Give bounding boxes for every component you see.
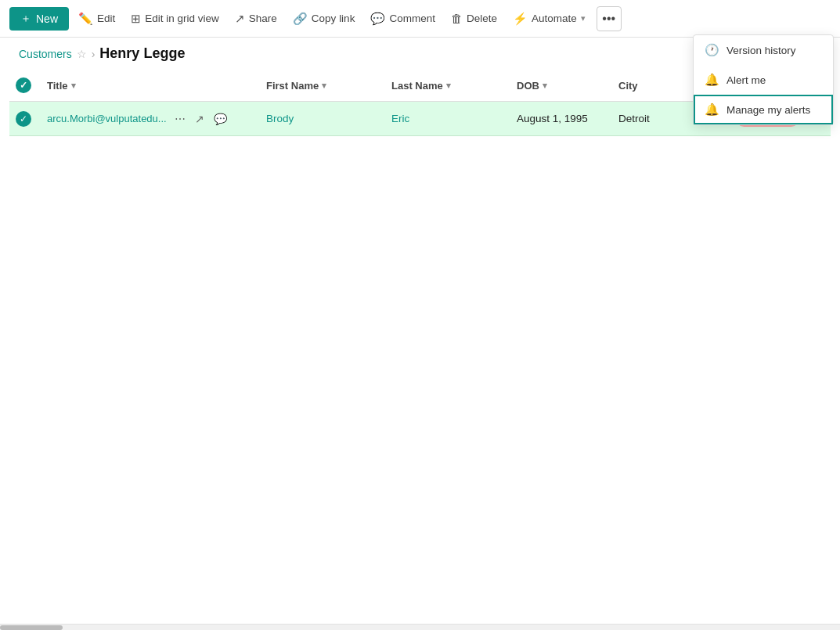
edit-grid-button[interactable]: ⊞ Edit in grid view — [124, 7, 225, 31]
th-dob-chevron-icon: ▾ — [543, 81, 547, 91]
version-history-icon: 🕐 — [705, 43, 719, 57]
row-first-name: Brody — [266, 113, 294, 124]
td-first-name: Brody — [260, 108, 385, 129]
automate-label: Automate — [532, 13, 577, 24]
more-button[interactable]: ••• — [597, 6, 622, 31]
automate-button[interactable]: ⚡ Automate ▾ — [507, 7, 592, 31]
breadcrumb-chevron-icon: › — [92, 48, 96, 60]
new-label: New — [36, 13, 58, 25]
th-first-name-chevron-icon: ▾ — [322, 81, 326, 91]
td-dob: August 1, 1995 — [510, 108, 612, 129]
dropdown-item-alert-me[interactable]: 🔔 Alert me — [694, 65, 833, 95]
scrollbar-thumb[interactable] — [0, 625, 63, 630]
row-comment-button[interactable]: 💬 — [211, 111, 230, 127]
share-icon: ↗ — [235, 12, 245, 26]
row-actions: ⋯ ↗ 💬 — [171, 111, 230, 127]
th-city-label: City — [618, 80, 638, 92]
th-last-name[interactable]: Last Name ▾ — [385, 73, 510, 98]
th-title[interactable]: Title ▾ — [41, 73, 260, 98]
dropdown-item-version-history[interactable]: 🕐 Version history — [694, 35, 833, 65]
delete-button[interactable]: 🗑 Delete — [445, 7, 503, 30]
row-check-icon[interactable]: ✓ — [16, 111, 31, 127]
th-last-name-label: Last Name — [391, 80, 443, 92]
comment-button[interactable]: 💬 Comment — [364, 7, 442, 31]
row-share-button[interactable]: ↗ — [192, 111, 207, 127]
dropdown-item-alert-me-label: Alert me — [726, 74, 766, 86]
row-last-name: Eric — [391, 113, 409, 124]
dropdown-item-manage-alerts-label: Manage my alerts — [726, 104, 810, 116]
copy-link-button[interactable]: 🔗 Copy link — [287, 7, 362, 31]
automate-icon: ⚡ — [513, 12, 528, 26]
breadcrumb-customers-link[interactable]: Customers — [19, 48, 72, 60]
th-first-name-label: First Name — [266, 80, 319, 92]
dropdown-menu: 🕐 Version history 🔔 Alert me 🔔 Manage my… — [693, 34, 834, 125]
td-title: arcu.Morbi@vulputatedu... ⋯ ↗ 💬 — [41, 106, 260, 131]
edit-icon: ✏️ — [78, 12, 93, 26]
manage-alerts-icon: 🔔 — [705, 103, 719, 117]
row-city: Detroit — [618, 113, 650, 124]
breadcrumb-star-icon[interactable]: ☆ — [77, 48, 87, 60]
th-last-name-chevron-icon: ▾ — [446, 81, 451, 91]
dropdown-item-version-history-label: Version history — [726, 45, 796, 56]
dropdown-item-manage-alerts[interactable]: 🔔 Manage my alerts — [694, 95, 833, 124]
header-check-icon[interactable]: ✓ — [16, 77, 31, 93]
comment-icon: 💬 — [370, 12, 385, 26]
edit-button[interactable]: ✏️ Edit — [72, 7, 121, 31]
share-label: Share — [249, 13, 277, 24]
th-title-chevron-icon: ▾ — [71, 81, 76, 91]
automate-chevron-icon: ▾ — [581, 13, 586, 23]
share-button[interactable]: ↗ Share — [229, 7, 283, 31]
plus-icon: ＋ — [20, 12, 31, 26]
row-ellipsis-button[interactable]: ⋯ — [171, 111, 189, 127]
td-last-name: Eric — [385, 108, 510, 129]
breadcrumb-current-page: Henry Legge — [99, 45, 185, 62]
edit-grid-label: Edit in grid view — [145, 13, 219, 24]
th-first-name[interactable]: First Name ▾ — [260, 73, 385, 98]
toolbar: ＋ New ✏️ Edit ⊞ Edit in grid view ↗ Shar… — [0, 0, 840, 38]
td-check: ✓ — [9, 106, 41, 131]
th-dob[interactable]: DOB ▾ — [510, 73, 612, 98]
edit-label: Edit — [97, 13, 115, 24]
th-check: ✓ — [9, 73, 41, 98]
delete-label: Delete — [467, 13, 497, 24]
row-title-text[interactable]: arcu.Morbi@vulputatedu... — [47, 113, 167, 124]
comment-label: Comment — [389, 13, 435, 24]
copy-link-label: Copy link — [312, 13, 355, 24]
th-title-label: Title — [47, 80, 68, 92]
link-icon: 🔗 — [293, 12, 308, 26]
alert-me-icon: 🔔 — [705, 73, 719, 87]
th-dob-label: DOB — [517, 80, 539, 92]
grid-icon: ⊞ — [131, 12, 141, 26]
new-button[interactable]: ＋ New — [9, 7, 69, 31]
row-dob: August 1, 1995 — [517, 113, 588, 124]
bottom-scrollbar[interactable] — [0, 624, 840, 630]
delete-icon: 🗑 — [451, 12, 463, 25]
more-icon: ••• — [602, 12, 615, 26]
